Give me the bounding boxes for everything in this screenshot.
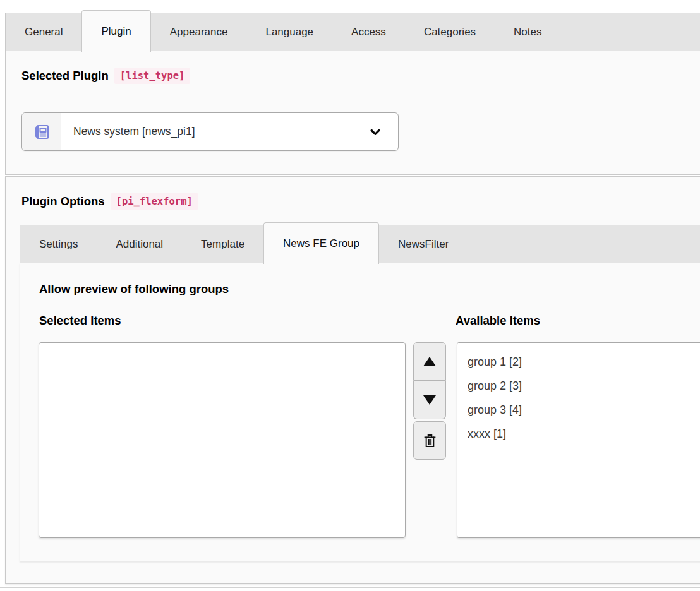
selected-plugin-label: Selected Plugin [21, 69, 109, 83]
plugin-options-label: Plugin Options [21, 194, 105, 208]
tab-appearance[interactable]: Appearance [151, 13, 247, 51]
selected-plugin-section: Selected Plugin [list_type] News system … [5, 51, 700, 175]
tab-plugin[interactable]: Plugin [81, 10, 150, 52]
tab-notes[interactable]: Notes [495, 13, 560, 51]
selected-plugin-fieldcode: [list_type] [114, 68, 191, 84]
plugin-options-heading: Plugin Options [pi_flexform] [21, 193, 198, 210]
arrow-up-icon [423, 357, 436, 366]
list-item[interactable]: xxxx [1] [457, 422, 700, 446]
selected-plugin-heading: Selected Plugin [list_type] [21, 68, 190, 84]
plugin-options-fieldcode: [pi_flexform] [111, 193, 198, 210]
flexform-tabbar: Settings Additional Template News FE Gro… [20, 225, 700, 263]
plugin-icon-cell [22, 113, 61, 150]
newspaper-icon [32, 122, 52, 142]
allow-preview-label: Allow preview of following groups [39, 282, 229, 296]
tab-settings[interactable]: Settings [20, 225, 97, 263]
delete-button[interactable] [413, 421, 446, 460]
move-up-button[interactable] [413, 342, 446, 381]
plugin-type-select[interactable]: News system [news_pi1] [21, 112, 399, 151]
trash-icon [421, 432, 438, 449]
arrow-down-icon [423, 395, 436, 405]
tab-categories[interactable]: Categories [405, 13, 495, 51]
news-fe-group-panel: Allow preview of following groups Select… [20, 263, 700, 561]
list-item[interactable]: group 3 [4] [457, 398, 700, 422]
plugin-options-section: Plugin Options [pi_flexform] Settings Ad… [5, 176, 700, 584]
move-down-button[interactable] [413, 381, 446, 419]
tab-additional[interactable]: Additional [97, 225, 182, 263]
selected-items-label: Selected Items [39, 314, 121, 328]
record-tabbar: General Plugin Appearance Language Acces… [5, 13, 700, 51]
tab-news-fe-group[interactable]: News FE Group [263, 222, 379, 264]
tab-language[interactable]: Language [246, 13, 332, 51]
plugin-select-value: News system [news_pi1] [61, 113, 369, 150]
tab-template[interactable]: Template [182, 225, 263, 263]
tab-newsfilter[interactable]: NewsFilter [379, 225, 468, 263]
available-items-listbox[interactable]: group 1 [2] group 2 [3] group 3 [4] xxxx… [457, 342, 700, 538]
selected-items-listbox[interactable] [39, 342, 406, 538]
available-items-label: Available Items [456, 314, 540, 328]
list-item[interactable]: group 2 [3] [457, 374, 700, 398]
tab-access[interactable]: Access [332, 13, 405, 51]
chevron-down-icon [369, 113, 398, 150]
tab-general[interactable]: General [6, 13, 81, 51]
move-button-group [413, 342, 446, 419]
section-divider [0, 587, 700, 588]
list-controls [413, 342, 446, 460]
list-item[interactable]: group 1 [2] [457, 350, 700, 374]
form-editor: General Plugin Appearance Language Acces… [0, 0, 700, 591]
